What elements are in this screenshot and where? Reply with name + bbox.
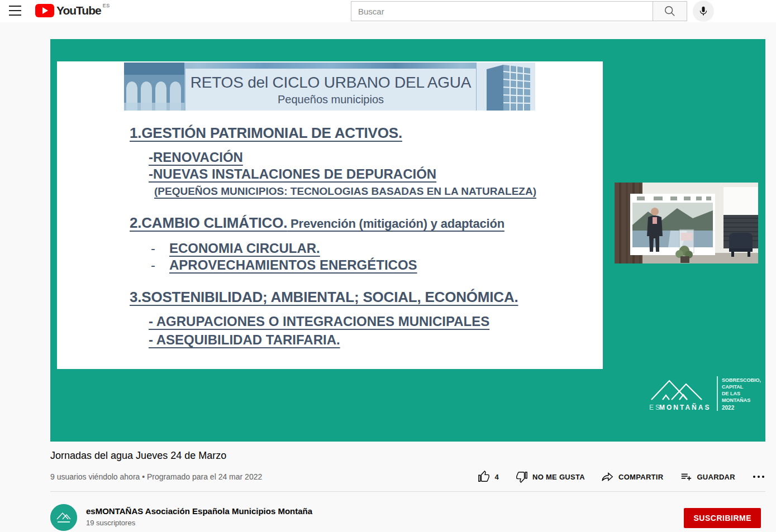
- search-button[interactable]: [653, 1, 687, 21]
- slide-item-1-heading: 1.GESTIÓN PATRIMONIAL DE ACTIVOS.: [130, 123, 594, 142]
- section-divider: [50, 491, 765, 492]
- aqueduct-image: [124, 63, 184, 111]
- slide-content: 1.GESTIÓN PATRIMONIAL DE ACTIVOS. -RENOV…: [130, 123, 594, 348]
- dislike-label: NO ME GUSTA: [532, 473, 585, 481]
- svg-text:SOBRESCOBIO,: SOBRESCOBIO,: [722, 377, 761, 383]
- video-meta: 9 usuarios viéndolo ahora • Programado p…: [50, 472, 262, 481]
- dislike-button[interactable]: NO ME GUSTA: [516, 471, 585, 483]
- presentation-slide: RETOS del CICLO URBANO DEL AGUA Pequeños…: [57, 61, 603, 369]
- slide-item-3-sub-2: - ASEQUIBILIDAD TARIFARIA.: [149, 332, 340, 347]
- svg-text:CAPITAL: CAPITAL: [722, 384, 744, 390]
- channel-subscribers: 19 suscriptores: [86, 519, 135, 527]
- slide-item-1-sub-3: (PEQUEÑOS MUNICIPIOS: TECNOLOGIAS BASADA…: [154, 185, 536, 197]
- badge-brand-montanas: MONTAÑAS: [659, 403, 711, 411]
- slide-item-1-sub-2: -NUEVAS INSTALACIONES DE DEPURACIÓN: [149, 166, 436, 181]
- like-button[interactable]: 4: [478, 471, 499, 483]
- search-input[interactable]: [351, 1, 653, 21]
- save-button[interactable]: GUARDAR: [680, 471, 735, 483]
- badge-caption: SOBRESCOBIO, CAPITAL DE LAS MONTAÑAS 202…: [722, 377, 761, 411]
- thumb-down-icon: [516, 471, 528, 483]
- save-label: GUARDAR: [697, 473, 735, 481]
- share-icon: [602, 471, 614, 483]
- slide-item-2-sub-2: APROVECHAMIENTOS ENERGÉTICOS: [169, 257, 417, 274]
- youtube-header: YouTube ES: [0, 0, 776, 22]
- video-actions: 4 NO ME GUSTA COMPARTIR GUARDAR: [478, 471, 765, 483]
- more-icon: [753, 476, 755, 478]
- slide-title: RETOS del CICLO URBANO DEL AGUA: [191, 74, 472, 92]
- youtube-play-icon: [35, 4, 54, 17]
- share-button[interactable]: COMPARTIR: [602, 471, 663, 483]
- youtube-wordmark: YouTube: [56, 4, 101, 17]
- speaker-camera-view: [615, 183, 758, 263]
- speaker-inset: [615, 183, 758, 263]
- mic-icon: [698, 6, 709, 17]
- slide-item-2-sub-1: ECONOMIA CIRCULAR.: [169, 240, 320, 257]
- menu-icon[interactable]: [9, 6, 21, 16]
- slide-title-box: RETOS del CICLO URBANO DEL AGUA Pequeños…: [185, 69, 476, 111]
- slide-item-3-sub-1: - AGRUPACIONES O INTEGRACIONES MUNICIPAL…: [149, 314, 489, 329]
- thumb-up-icon: [478, 471, 490, 483]
- esmontanas-badge: ES MONTAÑAS SOBRESCOBIO, CAPITAL DE LAS …: [647, 372, 761, 422]
- svg-text:MONTAÑAS: MONTAÑAS: [722, 397, 750, 403]
- building-image: [477, 63, 535, 111]
- slide-item-2-heading: 2.CAMBIO CLIMÁTICO. Prevención (mitigaci…: [130, 213, 594, 233]
- search-bar: [351, 1, 687, 21]
- slide-item-3-heading: 3.SOSTENIBILIDAD; AMBIENTAL; SOCIAL, ECO…: [130, 287, 594, 306]
- subscribe-button[interactable]: SUSCRIBIRME: [684, 508, 761, 528]
- svg-text:2022: 2022: [722, 405, 735, 411]
- channel-avatar[interactable]: [50, 504, 77, 531]
- video-info: Jornadas del agua Jueves 24 de Marzo 9 u…: [50, 450, 765, 492]
- mountains-icon: [651, 381, 702, 400]
- video-player[interactable]: RETOS del CICLO URBANO DEL AGUA Pequeños…: [50, 39, 765, 442]
- more-button[interactable]: [752, 473, 765, 480]
- video-title: Jornadas del agua Jueves 24 de Marzo: [50, 450, 765, 462]
- channel-name[interactable]: esMONTAÑAS Asociación Española Municipio…: [86, 506, 312, 516]
- slide-item-1-sub-1: -RENOVACIÓN: [149, 150, 243, 165]
- svg-text:DE LAS: DE LAS: [722, 391, 740, 396]
- playlist-add-icon: [680, 471, 692, 483]
- channel-row: esMONTAÑAS Asociación Española Municipio…: [50, 504, 765, 532]
- search-icon: [664, 5, 676, 17]
- slide-subtitle: Pequeños municipios: [278, 93, 384, 106]
- slide-banner: RETOS del CICLO URBANO DEL AGUA Pequeños…: [124, 63, 535, 111]
- share-label: COMPARTIR: [618, 473, 663, 481]
- region-label: ES: [103, 3, 110, 8]
- like-count: 4: [494, 473, 499, 481]
- mic-button[interactable]: [693, 1, 714, 22]
- youtube-logo[interactable]: YouTube ES: [35, 4, 110, 17]
